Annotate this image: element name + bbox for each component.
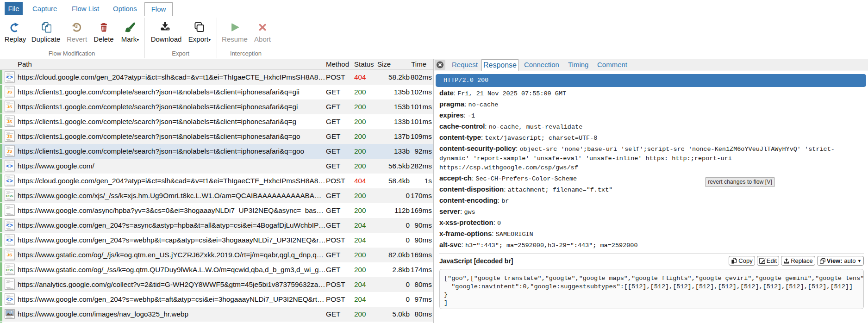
svg-text:<>: <> <box>6 178 13 184</box>
svg-text:JS: JS <box>7 252 12 257</box>
svg-text:<>: <> <box>6 296 13 303</box>
svg-text:<>: <> <box>6 222 13 229</box>
svg-text:JS: JS <box>7 89 12 94</box>
svg-text:JS: JS <box>7 149 12 154</box>
svg-text:JS: JS <box>7 119 12 124</box>
svg-text:CSS: CSS <box>6 194 13 198</box>
svg-text:JS: JS <box>7 104 12 109</box>
svg-text:<>: <> <box>6 163 13 169</box>
svg-text:CSS: CSS <box>6 268 13 272</box>
svg-text:<>: <> <box>6 74 13 81</box>
svg-text:<>: <> <box>6 237 13 243</box>
svg-text:JS: JS <box>7 134 12 139</box>
